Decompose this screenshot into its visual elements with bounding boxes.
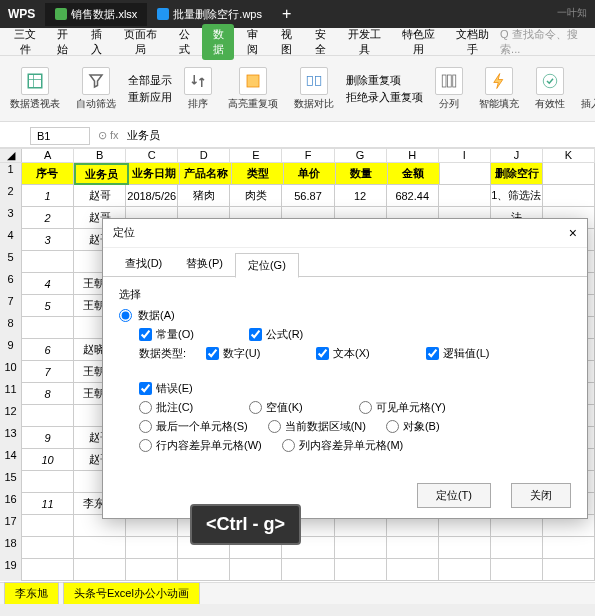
tab-replace[interactable]: 替换(P)	[174, 252, 235, 277]
col-D[interactable]: D	[178, 149, 230, 162]
ribbon-filter[interactable]: 自动筛选	[72, 67, 120, 111]
row-7[interactable]: 7	[0, 295, 22, 317]
cell[interactable]	[439, 559, 491, 581]
cell[interactable]: 682.44	[387, 185, 439, 207]
cell[interactable]	[439, 185, 491, 207]
radio-blank[interactable]	[249, 401, 262, 414]
col-F[interactable]: F	[282, 149, 334, 162]
cell[interactable]: 4	[22, 273, 74, 295]
header-cell[interactable]: 业务日期	[129, 163, 181, 185]
cell[interactable]: 9	[22, 427, 74, 449]
row-13[interactable]: 13	[0, 427, 22, 449]
header-cell[interactable]: 金额	[388, 163, 440, 185]
ribbon-reapply[interactable]: 重新应用	[128, 90, 172, 105]
radio-coldiff[interactable]	[282, 439, 295, 452]
cell[interactable]	[22, 559, 74, 581]
col-I[interactable]: I	[439, 149, 491, 162]
cell[interactable]	[178, 559, 230, 581]
hamburger-menu[interactable]: 三文件	[6, 24, 44, 60]
row-4[interactable]: 4	[0, 229, 22, 251]
ribbon-compare[interactable]: 数据对比	[290, 67, 338, 111]
cell[interactable]: 猪肉	[178, 185, 230, 207]
cell[interactable]	[22, 317, 74, 339]
check-formula[interactable]	[249, 328, 262, 341]
menu-8[interactable]: 安全	[304, 24, 336, 60]
radio-comment[interactable]	[139, 401, 152, 414]
cell[interactable]	[491, 537, 543, 559]
ribbon-dropdown[interactable]: 插入下拉列表	[577, 67, 595, 111]
col-K[interactable]: K	[543, 149, 595, 162]
col-G[interactable]: G	[335, 149, 387, 162]
row-16[interactable]: 16	[0, 493, 22, 515]
cell[interactable]	[126, 537, 178, 559]
file-tab-2[interactable]: 批量删除空行.wps	[147, 3, 272, 26]
ribbon-pivot[interactable]: 数据透视表	[6, 67, 64, 111]
tab-find[interactable]: 查找(D)	[113, 252, 174, 277]
header-cell[interactable]: 类型	[232, 163, 284, 185]
row-3[interactable]: 3	[0, 207, 22, 229]
check-err[interactable]	[139, 382, 152, 395]
row-8[interactable]: 8	[0, 317, 22, 339]
cell[interactable]	[230, 559, 282, 581]
close-icon[interactable]: ×	[569, 225, 577, 241]
sheet-tab-2[interactable]: 头条号Excel办公小动画	[63, 582, 200, 605]
col-B[interactable]: B	[74, 149, 126, 162]
ribbon-split[interactable]: 分列	[431, 67, 467, 111]
radio-data[interactable]	[119, 309, 132, 322]
radio-curdata[interactable]	[268, 420, 281, 433]
cell[interactable]	[491, 559, 543, 581]
goto-ok-button[interactable]: 定位(T)	[417, 483, 491, 508]
cell[interactable]	[126, 559, 178, 581]
cell[interactable]: 7	[22, 361, 74, 383]
cell[interactable]	[74, 559, 126, 581]
cell[interactable]: 11	[22, 493, 74, 515]
file-tab-1[interactable]: 销售数据.xlsx	[45, 3, 147, 26]
cell[interactable]: 56.87	[282, 185, 334, 207]
selectall-corner[interactable]: ◢	[0, 149, 22, 162]
cell[interactable]	[387, 559, 439, 581]
row-9[interactable]: 9	[0, 339, 22, 361]
cell[interactable]: 12	[335, 185, 387, 207]
cell[interactable]: 2	[22, 207, 74, 229]
cell[interactable]: 2018/5/26	[126, 185, 178, 207]
search-hint[interactable]: Q 查找命令、搜索...	[500, 27, 589, 57]
cell[interactable]: 1、筛选法	[491, 185, 543, 207]
menu-10[interactable]: 特色应用	[392, 24, 444, 60]
row-2[interactable]: 2	[0, 185, 22, 207]
menu-3[interactable]: 页面布局	[114, 24, 166, 60]
header-cell[interactable]: 数量	[336, 163, 388, 185]
row-19[interactable]: 19	[0, 559, 22, 581]
formula-bar[interactable]: 业务员	[127, 128, 595, 143]
radio-last[interactable]	[139, 420, 152, 433]
cell[interactable]: 10	[22, 449, 74, 471]
col-H[interactable]: H	[387, 149, 439, 162]
header-cell[interactable]: 业务员	[74, 163, 129, 185]
cell[interactable]: 赵哥	[74, 185, 126, 207]
goto-close-button[interactable]: 关闭	[511, 483, 571, 508]
add-tab-button[interactable]: +	[272, 5, 301, 23]
ribbon-rejectdup[interactable]: 拒绝录入重复项	[346, 90, 423, 105]
ribbon-flash[interactable]: 智能填充	[475, 67, 523, 111]
cell[interactable]: 肉类	[230, 185, 282, 207]
ribbon-sort[interactable]: 排序	[180, 67, 216, 111]
cell[interactable]	[22, 471, 74, 493]
cell[interactable]: 3	[22, 229, 74, 251]
cell[interactable]: 6	[22, 339, 74, 361]
row-6[interactable]: 6	[0, 273, 22, 295]
header-cell[interactable]	[440, 163, 492, 185]
menu-5[interactable]: 数据	[202, 24, 234, 60]
header-cell[interactable]: 删除空行	[491, 163, 543, 185]
col-E[interactable]: E	[230, 149, 282, 162]
cell[interactable]	[22, 537, 74, 559]
cell[interactable]	[387, 537, 439, 559]
cell[interactable]	[22, 405, 74, 427]
row-15[interactable]: 15	[0, 471, 22, 493]
menu-9[interactable]: 开发工具	[338, 24, 390, 60]
row-11[interactable]: 11	[0, 383, 22, 405]
menu-4[interactable]: 公式	[168, 24, 200, 60]
check-text[interactable]	[316, 347, 329, 360]
menu-1[interactable]: 开始	[46, 24, 78, 60]
check-const[interactable]	[139, 328, 152, 341]
ribbon-removedup[interactable]: 删除重复项	[346, 73, 423, 88]
radio-visible[interactable]	[359, 401, 372, 414]
